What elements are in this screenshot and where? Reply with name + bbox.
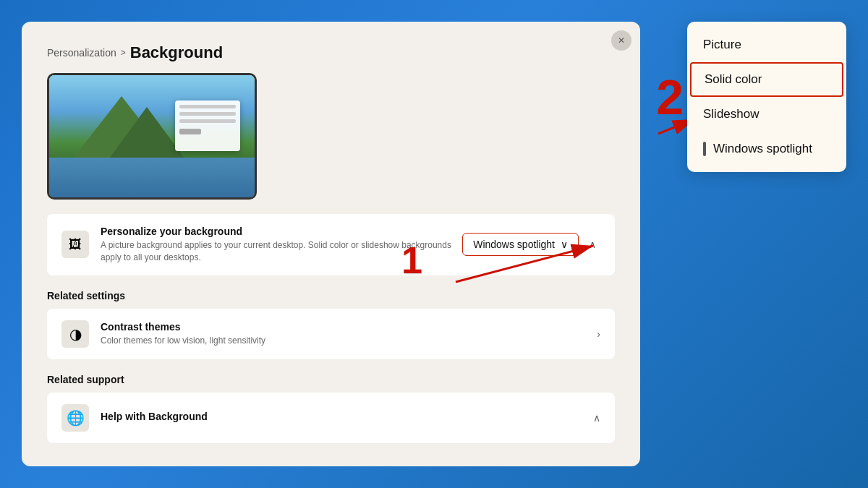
breadcrumb-parent[interactable]: Personalization	[47, 47, 116, 59]
collapse-button[interactable]: ∧	[584, 234, 600, 254]
content-area: 🖼 Personalize your background A picture …	[22, 73, 640, 443]
chevron-down-icon: ∨	[561, 239, 568, 250]
close-icon: ✕	[618, 35, 625, 46]
help-background-text: Help with Background	[101, 411, 593, 424]
menu-item-picture-label: Picture	[703, 38, 741, 52]
background-icon-container: 🖼	[61, 231, 89, 258]
desktop-small-btn	[179, 129, 201, 134]
breadcrumb: Personalization > Background	[22, 22, 640, 73]
preview-bg	[49, 75, 255, 197]
menu-item-solid-color-label: Solid color	[705, 72, 762, 87]
background-preview	[47, 73, 257, 200]
menu-item-slideshow-label: Slideshow	[703, 107, 760, 121]
background-dropdown[interactable]: Windows spotlight ∨	[462, 233, 579, 256]
contrast-themes-desc: Color themes for low vision, light sensi…	[101, 335, 477, 347]
related-support-header: Related support	[47, 374, 615, 385]
settings-window: ✕ Personalization > Background	[22, 22, 640, 466]
desktop-line-1	[179, 105, 236, 108]
contrast-icon: ◑	[69, 325, 82, 343]
chevron-up-icon-help: ∧	[593, 412, 600, 424]
menu-item-picture[interactable]: Picture	[687, 27, 846, 62]
background-setting-row: 🖼 Personalize your background A picture …	[47, 214, 615, 275]
dropdown-menu: Picture Solid color Slideshow Windows sp…	[687, 22, 846, 172]
contrast-themes-row[interactable]: ◑ Contrast themes Color themes for low v…	[47, 309, 615, 359]
menu-item-windows-spotlight[interactable]: Windows spotlight	[687, 132, 846, 166]
water-shape	[49, 158, 255, 197]
desktop-line-3	[179, 119, 236, 123]
background-setting-title: Personalize your background	[101, 226, 462, 237]
desktop-line-2	[179, 112, 236, 116]
picture-icon: 🖼	[69, 237, 82, 252]
menu-item-slideshow[interactable]: Slideshow	[687, 97, 846, 132]
dropdown-value: Windows spotlight	[473, 239, 555, 250]
background-setting-text: Personalize your background A picture ba…	[101, 226, 462, 264]
contrast-themes-title: Contrast themes	[101, 321, 597, 333]
annotation-2: 2	[656, 69, 684, 125]
chevron-right-icon: ›	[597, 328, 600, 340]
contrast-themes-text: Contrast themes Color themes for low vis…	[101, 321, 597, 347]
windows-spotlight-bar-icon	[703, 142, 706, 156]
globe-icon: 🌐	[67, 409, 85, 427]
globe-icon-container: 🌐	[61, 404, 89, 432]
close-button[interactable]: ✕	[611, 30, 631, 51]
menu-item-windows-spotlight-label: Windows spotlight	[713, 142, 812, 156]
help-background-title: Help with Background	[101, 411, 593, 422]
chevron-up-icon: ∧	[589, 239, 596, 250]
breadcrumb-separator: >	[121, 48, 126, 58]
menu-item-solid-color[interactable]: Solid color	[690, 62, 843, 97]
help-background-row[interactable]: 🌐 Help with Background ∧	[47, 393, 615, 443]
breadcrumb-current: Background	[130, 43, 223, 62]
related-settings-header: Related settings	[47, 290, 615, 301]
background-setting-desc: A picture background applies to your cur…	[101, 239, 462, 264]
desktop-overlay	[175, 100, 240, 151]
background-setting-control: Windows spotlight ∨ ∧	[462, 233, 600, 256]
contrast-icon-container: ◑	[61, 320, 89, 348]
